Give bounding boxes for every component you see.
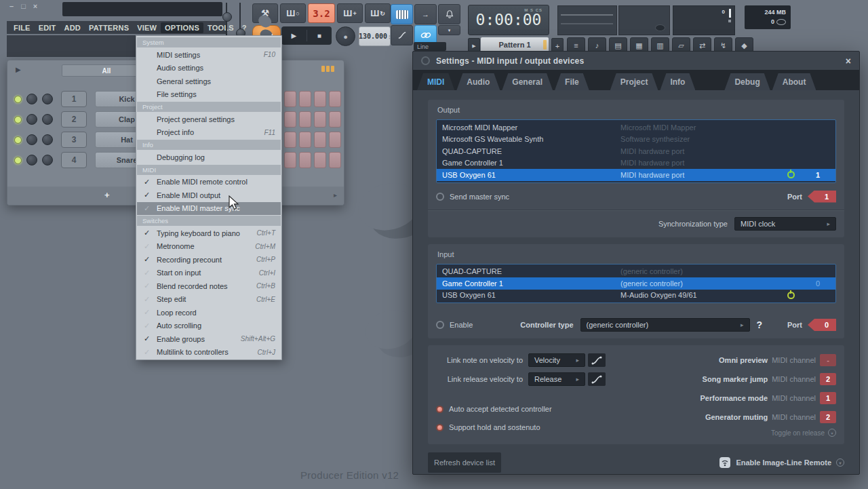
note-on-velocity-select[interactable]: Velocity ▸ (528, 353, 585, 367)
output-device-usb-oxygen-61[interactable]: USB Oxygen 61MIDI hardware port1 (437, 169, 835, 181)
position-display[interactable]: 3.2 (308, 3, 335, 23)
volume-knob[interactable] (42, 114, 53, 125)
menu-item-auto-scrolling[interactable]: ✓Auto scrolling (137, 319, 281, 333)
maximize-icon[interactable]: □ (21, 2, 26, 10)
metronome-button[interactable]: Ш○ (280, 3, 306, 23)
tab-debug[interactable]: Debug (724, 73, 770, 90)
menubar-item-patterns[interactable]: PATTERNS (85, 22, 133, 33)
menu-item-typing-keyboard-to-piano[interactable]: ✓Typing keyboard to pianoCtrl+T (137, 227, 281, 240)
loop-mode-button[interactable]: Ш↻ (365, 3, 391, 23)
menubar-item-file[interactable]: FILE (9, 22, 35, 33)
tab-info[interactable]: Info (660, 73, 695, 90)
slide-button[interactable] (391, 25, 413, 45)
auto-accept-led[interactable] (436, 406, 443, 413)
play-button[interactable]: ▶ (281, 26, 307, 45)
step-button[interactable] (314, 132, 326, 148)
menu-item-loop-record[interactable]: ✓Loop record (137, 306, 281, 319)
menubar-item-add[interactable]: ADD (60, 22, 85, 33)
menu-item-recording-precount[interactable]: ✓Recording precountCtrl+P (137, 253, 281, 267)
refresh-device-list-button[interactable]: Refresh device list (428, 452, 501, 473)
dialog-titlebar[interactable]: Settings - MIDI input / output devices × (413, 52, 859, 70)
menu-item-file-settings[interactable]: File settings (137, 88, 281, 102)
tab-project[interactable]: Project (610, 73, 658, 90)
countdown-button[interactable] (438, 4, 460, 24)
remote-toggle-switch[interactable]: ▾ (836, 458, 844, 467)
menu-item-start-on-input[interactable]: ✓Start on inputCtrl+I (137, 267, 281, 280)
input-enable-led[interactable] (436, 321, 444, 329)
volume-knob[interactable] (42, 94, 53, 104)
step-button[interactable] (329, 111, 341, 128)
midi-channel-value[interactable]: 1 (820, 392, 836, 404)
release-velocity-select[interactable]: Release ▸ (528, 372, 585, 386)
velocity-curve-button[interactable] (588, 353, 606, 367)
menu-item-debugging-log[interactable]: Debugging log (137, 151, 281, 164)
tab-midi[interactable]: MIDI (417, 73, 454, 90)
chevron-right-icon[interactable]: ▸ (334, 191, 337, 199)
pan-knob[interactable] (26, 134, 37, 145)
step-button[interactable] (284, 111, 296, 128)
controller-type-select[interactable]: (generic controller) ▸ (580, 318, 750, 332)
input-device-usb-oxygen-61[interactable]: USB Oxygen 61M-Audio Oxygen 49/61 (437, 290, 835, 302)
menubar-item-tools[interactable]: TOOLS (203, 22, 238, 33)
pan-knob[interactable] (26, 114, 37, 125)
pattern-add-button[interactable]: Ш+ (337, 3, 363, 23)
menu-item-general-settings[interactable]: General settings (137, 75, 281, 88)
step-button[interactable] (299, 152, 311, 168)
power-icon[interactable] (787, 171, 795, 178)
channel-mute-led[interactable] (14, 157, 22, 164)
snap-selector[interactable]: Line (414, 42, 446, 51)
sync-type-select[interactable]: MIDI clock ▸ (734, 217, 836, 231)
menu-item-enable-midi-master-sync[interactable]: ✓Enable MIDI master sync (137, 202, 281, 216)
auto-accept-label[interactable]: Auto accept detected controller (449, 405, 552, 413)
input-enable-label[interactable]: Enable (450, 321, 473, 329)
metronome-dropdown-button[interactable]: ▾ (438, 25, 460, 35)
channel-mute-led[interactable] (14, 116, 22, 123)
release-curve-button[interactable] (588, 372, 606, 386)
tab-audio[interactable]: Audio (456, 73, 500, 90)
pan-knob[interactable] (26, 94, 37, 104)
midi-channel-value[interactable]: - (820, 354, 836, 366)
input-device-quad-capture[interactable]: QUAD-CAPTURE(generic controller) (437, 266, 835, 278)
close-icon[interactable]: × (846, 56, 851, 66)
step-button[interactable] (284, 91, 296, 107)
step-button[interactable] (329, 132, 341, 148)
tab-file[interactable]: File (555, 73, 589, 90)
step-button[interactable] (284, 132, 296, 148)
support-hold-label[interactable]: Support hold and sostenuto (449, 423, 540, 431)
help-icon[interactable]: ? (757, 319, 763, 330)
channel-mute-led[interactable] (14, 96, 22, 103)
menubar-item-edit[interactable]: EDIT (35, 22, 60, 33)
volume-knob[interactable] (42, 134, 53, 145)
menu-item-enable-midi-output[interactable]: ✓Enable MIDI output (137, 189, 281, 202)
power-icon[interactable] (787, 292, 795, 299)
output-device-microsoft-midi-mapper[interactable]: Microsoft MIDI MapperMicrosoft MIDI Mapp… (437, 121, 835, 134)
menu-item-audio-settings[interactable]: Audio settings (137, 62, 281, 75)
close-icon[interactable]: × (33, 2, 37, 10)
stop-button[interactable]: ■ (307, 26, 332, 45)
midi-channel-value[interactable]: 2 (820, 411, 836, 423)
support-hold-led[interactable] (436, 424, 443, 431)
menu-item-metronome[interactable]: ✓MetronomeCtrl+M (137, 240, 281, 254)
volume-knob[interactable] (42, 155, 53, 165)
output-port-value[interactable]: 1 (808, 191, 836, 203)
output-device-quad-capture[interactable]: QUAD-CAPTUREMIDI hardware port (437, 145, 835, 157)
channel-number[interactable]: 2 (61, 111, 87, 128)
step-recording-button[interactable]: → (414, 4, 437, 24)
toggle-on-release-switch[interactable]: ▾ (828, 429, 836, 437)
tab-about[interactable]: About (772, 73, 816, 90)
send-master-sync-label[interactable]: Send master sync (450, 193, 509, 201)
output-device-game-controller-1[interactable]: Game Controller 1MIDI hardware port (437, 157, 835, 170)
tab-general[interactable]: General (502, 73, 553, 90)
menubar-item-view[interactable]: VIEW (133, 22, 161, 33)
menu-item-midi-settings[interactable]: MIDI settingsF10 (137, 48, 281, 62)
time-display[interactable]: M S CS 0:00:00 (468, 5, 549, 35)
pan-knob[interactable] (26, 155, 37, 165)
step-button[interactable] (299, 91, 311, 107)
menu-item-step-edit[interactable]: ✓Step editCtrl+E (137, 293, 281, 307)
tempo-display[interactable]: 130.000 ▴▾ (359, 26, 391, 46)
slider-handle[interactable] (222, 12, 232, 22)
step-button[interactable] (299, 132, 311, 148)
step-button[interactable] (284, 152, 296, 168)
record-button[interactable]: ● (336, 26, 355, 46)
step-button[interactable] (329, 152, 341, 168)
